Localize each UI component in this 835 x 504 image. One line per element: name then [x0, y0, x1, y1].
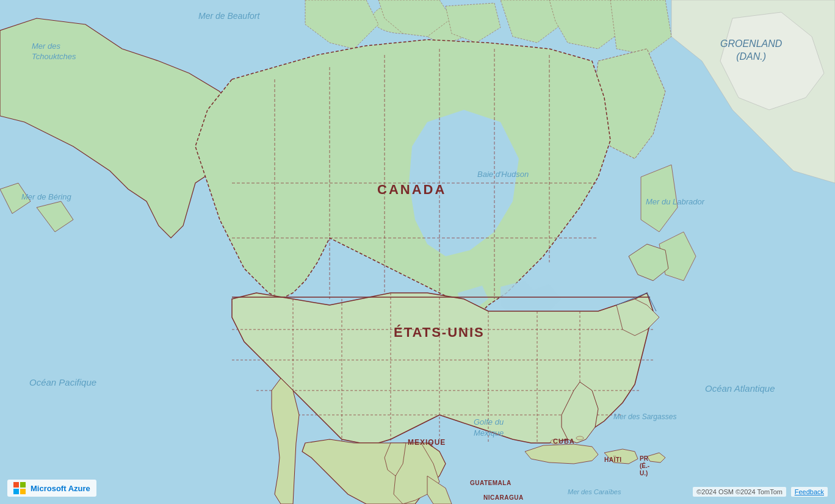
map-svg [0, 0, 835, 504]
microsoft-logo [13, 482, 26, 494]
microsoft-azure-branding: Microsoft Azure [7, 480, 96, 497]
svg-point-23 [576, 436, 584, 440]
copyright-text: ©2024 OSM ©2024 TomTom [693, 487, 786, 497]
map-container[interactable]: Mer de Beaufort Mer des Tchouktches Mer … [0, 0, 835, 504]
ms-logo-green [20, 482, 26, 488]
ms-logo-yellow [20, 489, 26, 494]
feedback-link[interactable]: Feedback [791, 487, 828, 497]
microsoft-azure-label: Microsoft Azure [31, 484, 90, 493]
svg-point-22 [551, 439, 560, 444]
ms-logo-blue [13, 489, 19, 494]
ms-logo-red [13, 482, 19, 488]
